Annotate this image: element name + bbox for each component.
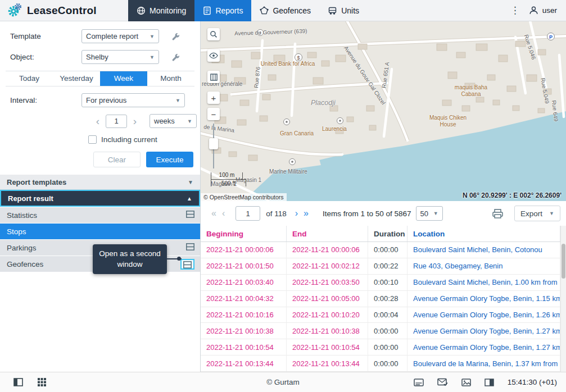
nav-label: Geofences <box>273 6 311 15</box>
location-link[interactable]: Avenue Germain Olory Togbe, Benin, 1.15 … <box>407 291 560 307</box>
result-item-statistics[interactable]: Statistics <box>0 207 200 223</box>
tab-week[interactable]: Week <box>100 71 147 86</box>
open-second-window-icon[interactable] <box>186 211 194 220</box>
location-link[interactable]: Boulevard de la Marina, Benin, 1.37 km f… <box>407 355 560 371</box>
header-location[interactable]: Location <box>407 226 560 241</box>
user-name: user <box>542 6 557 15</box>
location-link[interactable]: Avenue Germain Olory Togbe, Benin, 1.26 … <box>407 307 560 323</box>
top-bar: LeaseControl Monitoring Reports <box>0 0 566 21</box>
tab-today[interactable]: Today <box>6 71 53 86</box>
template-select[interactable]: Complete report ▼ <box>81 29 159 43</box>
scale-imperial: 500 ft <box>211 179 246 186</box>
map-view[interactable]: $ P Avenue du Gouverneur (639)United Ban… <box>201 21 566 201</box>
interval-value: For previous <box>86 96 126 104</box>
including-current-label: Including current <box>101 135 157 144</box>
table-row[interactable]: 2022-11-21 00:10:542022-11-21 00:10:540:… <box>201 339 560 355</box>
table-cell: 2022-11-21 00:05:00 <box>287 291 368 307</box>
app-logo: LeaseControl <box>0 3 128 19</box>
tab-month[interactable]: Month <box>147 71 194 86</box>
object-label: Object: <box>0 53 81 61</box>
map-layers-button[interactable] <box>207 71 220 83</box>
decrement-icon[interactable]: ‹ <box>93 115 102 127</box>
table-cell: 2022-11-21 00:10:38 <box>201 323 287 339</box>
map-attribution: © OpenStreetMap contributors <box>201 193 287 201</box>
gears-logo-icon <box>7 3 22 19</box>
notifications-icon[interactable] <box>414 379 424 386</box>
nav-reports[interactable]: Reports <box>194 0 251 21</box>
next-page-icon[interactable]: › <box>292 208 301 218</box>
header-end[interactable]: End <box>287 226 368 241</box>
template-value: Complete report <box>86 32 138 40</box>
chevron-down-icon: ▼ <box>150 34 155 39</box>
interval-count-input[interactable] <box>106 115 127 128</box>
user-menu[interactable]: user <box>529 6 566 15</box>
table-row[interactable]: 2022-11-21 00:13:442022-11-21 00:13:440:… <box>201 355 560 372</box>
table-cell: 0:00:00 <box>368 242 407 258</box>
table-cell: 0:00:10 <box>368 275 407 290</box>
app-window: LeaseControl Monitoring Reports <box>0 0 566 392</box>
execute-button[interactable]: Execute <box>146 152 193 167</box>
tooltip-pointer-dot <box>177 257 181 261</box>
report-result-label: Report result <box>8 194 53 203</box>
zoom-in-button[interactable]: + <box>207 92 220 104</box>
table-row[interactable]: 2022-11-21 00:03:402022-11-21 00:03:500:… <box>201 275 560 291</box>
table-row[interactable]: 2022-11-21 00:10:382022-11-21 00:10:380:… <box>201 323 560 339</box>
location-link[interactable]: Boulevard Saint Michel, Benin, Cotonou <box>407 242 560 258</box>
page-size-value: 50 <box>420 209 428 218</box>
header-beginning[interactable]: Beginning <box>201 226 287 241</box>
report-templates-accordion[interactable]: Report templates ▼ <box>0 175 200 190</box>
map-canvas[interactable]: $ P <box>201 21 566 201</box>
last-page-icon[interactable]: » <box>301 208 311 218</box>
print-icon[interactable] <box>492 209 503 218</box>
page-number-input[interactable] <box>236 206 260 221</box>
nav-monitoring[interactable]: Monitoring <box>128 0 194 21</box>
template-settings-wrench-icon[interactable] <box>171 32 180 41</box>
including-current-checkbox[interactable] <box>88 135 97 144</box>
table-row[interactable]: 2022-11-21 00:04:322022-11-21 00:05:000:… <box>201 291 560 307</box>
split-view-icon[interactable] <box>485 379 494 386</box>
report-result-accordion[interactable]: Report result ▲ <box>0 190 200 207</box>
interval-unit-select[interactable]: weeks ▼ <box>150 114 197 128</box>
table-scrollbar[interactable] <box>560 226 566 372</box>
report-table-body: 2022-11-21 00:00:062022-11-21 00:00:060:… <box>201 242 560 372</box>
location-link[interactable]: Boulevard Saint Michel, Benin, 1.00 km f… <box>407 275 560 290</box>
map-search-button[interactable] <box>207 28 220 40</box>
tab-yesterday[interactable]: Yesterday <box>53 71 100 86</box>
table-scrollbar-thumb[interactable] <box>562 244 565 279</box>
media-icon[interactable] <box>461 379 471 386</box>
object-settings-wrench-icon[interactable] <box>171 53 180 62</box>
messages-icon[interactable] <box>437 378 448 386</box>
location-link[interactable]: Avenue Germain Olory Togbe, Benin, 1.27 … <box>407 323 560 339</box>
interval-type-select[interactable]: For previous ▼ <box>81 93 185 107</box>
nav-units[interactable]: Units <box>319 0 368 21</box>
export-button[interactable]: Export ▼ <box>514 206 560 221</box>
increment-icon[interactable]: › <box>130 115 139 127</box>
table-row[interactable]: 2022-11-21 00:10:162022-11-21 00:10:200:… <box>201 307 560 323</box>
zoom-slider-handle[interactable] <box>209 138 218 149</box>
map-coordinates: N 06° 20.9299' : E 002° 26.2609' <box>463 192 562 199</box>
prev-page-icon[interactable]: ‹ <box>219 208 228 218</box>
apps-grid-icon[interactable] <box>38 378 46 386</box>
bottom-panel-toggle-icon[interactable] <box>13 378 23 386</box>
result-item-stops[interactable]: Stops <box>0 224 200 239</box>
map-visibility-button[interactable] <box>207 49 220 62</box>
page-size-select[interactable]: 50 ▼ <box>416 206 443 221</box>
table-cell: 2022-11-21 00:04:32 <box>201 291 287 307</box>
location-link[interactable]: Avenue Germain Olory Togbe, Benin, 1.27 … <box>407 339 560 355</box>
clear-button[interactable]: Clear <box>93 152 141 167</box>
table-cell: 2022-11-21 00:01:50 <box>201 258 287 274</box>
location-link[interactable]: Rue 403, Gbegamey, Benin <box>407 258 560 274</box>
first-page-icon[interactable]: « <box>209 208 219 218</box>
open-second-window-icon[interactable] <box>186 243 194 252</box>
table-cell: 0:00:00 <box>368 323 407 339</box>
more-menu-icon[interactable]: ⋮ <box>501 4 529 16</box>
open-second-window-icon-highlighted[interactable] <box>180 259 194 270</box>
table-row[interactable]: 2022-11-21 00:01:502022-11-21 00:02:120:… <box>201 258 560 275</box>
report-pagination-toolbar: « ‹ of 118 › » Items from 1 to 50 of 586… <box>201 201 566 226</box>
table-row[interactable]: 2022-11-21 00:00:062022-11-21 00:00:060:… <box>201 242 560 258</box>
chevron-down-icon: ▼ <box>549 211 554 216</box>
header-duration[interactable]: Duration <box>368 226 407 241</box>
zoom-out-button[interactable]: − <box>207 108 220 120</box>
nav-geofences[interactable]: Geofences <box>251 0 319 21</box>
object-select[interactable]: Shelby ▼ <box>81 50 159 64</box>
